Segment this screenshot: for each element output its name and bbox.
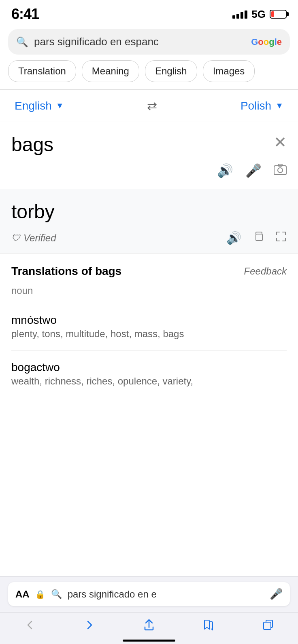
tabs-button[interactable] — [255, 616, 281, 634]
source-lang-button[interactable]: English ▼ — [15, 99, 64, 112]
input-row: bags ✕ — [11, 133, 287, 156]
verified-label: Verified — [23, 232, 56, 244]
verified-badge: 🛡 Verified — [11, 232, 56, 244]
battery-fill — [271, 11, 274, 17]
feedback-button[interactable]: Feedback — [244, 266, 287, 277]
lang-selector: English ▼ ⇄ Polish ▼ — [0, 90, 298, 122]
camera-icon[interactable] — [274, 163, 287, 179]
search-text: pars significado en espanc — [34, 36, 245, 48]
input-text[interactable]: bags — [11, 133, 270, 156]
lock-icon: 🔒 — [35, 589, 45, 599]
signal-bar-3 — [241, 12, 243, 19]
clear-button[interactable]: ✕ — [274, 133, 287, 151]
trans-word-2: bogactwo — [11, 361, 287, 374]
signal-bars — [232, 10, 247, 19]
output-footer: 🛡 Verified 🔊 — [11, 231, 287, 245]
bottom-bar: AA 🔒 🔍 pars significado en e 🎤 — [0, 576, 298, 612]
battery-indicator — [270, 10, 287, 19]
tab-meaning[interactable]: Meaning — [82, 60, 139, 82]
network-type: 5G — [251, 8, 266, 21]
signal-bar-4 — [245, 11, 247, 19]
svg-rect-4 — [264, 622, 271, 629]
speaker-icon[interactable]: 🔊 — [217, 163, 233, 179]
trans-synonyms-2: wealth, richness, riches, opulence, vari… — [11, 376, 287, 387]
source-lang-arrow: ▼ — [56, 101, 64, 110]
home-indicator — [123, 640, 175, 642]
translations-section: Translations of bags Feedback noun mnóst… — [0, 253, 298, 402]
translation-item-1: mnóstwo plenty, tons, multitude, host, m… — [11, 310, 287, 344]
output-text: torby — [11, 201, 287, 223]
copy-icon[interactable] — [253, 231, 264, 245]
shield-icon: 🛡 — [11, 233, 20, 243]
microphone-icon[interactable]: 🎤 — [245, 163, 262, 179]
address-text[interactable]: pars significado en e — [68, 589, 264, 600]
status-right: 5G — [232, 8, 287, 21]
trans-word-1: mnóstwo — [11, 314, 287, 327]
google-logo: Google — [251, 37, 282, 47]
status-bar: 6:41 5G — [0, 0, 298, 26]
output-actions: 🔊 — [226, 231, 287, 245]
input-actions: 🔊 🎤 — [11, 156, 287, 182]
expand-icon[interactable] — [275, 231, 287, 245]
battery-body — [270, 10, 287, 19]
back-button[interactable] — [17, 616, 43, 634]
signal-bar-1 — [232, 15, 235, 19]
filter-tabs: Translation Meaning English Images — [0, 60, 298, 89]
signal-bar-2 — [236, 14, 239, 19]
target-lang-arrow: ▼ — [275, 101, 283, 110]
bookmarks-button[interactable] — [195, 616, 222, 634]
source-lang-label: English — [15, 99, 52, 112]
trans-divider-2 — [11, 350, 287, 351]
trans-divider-1 — [11, 303, 287, 303]
address-mic-icon[interactable]: 🎤 — [270, 588, 283, 600]
search-bar[interactable]: 🔍 pars significado en espanc Google — [8, 29, 290, 55]
svg-rect-3 — [256, 234, 262, 241]
status-time: 6:41 — [11, 6, 39, 23]
svg-rect-2 — [278, 164, 282, 166]
output-area: torby 🛡 Verified 🔊 — [0, 189, 298, 253]
trans-synonyms-1: plenty, tons, multitude, host, mass, bag… — [11, 328, 287, 340]
svg-point-1 — [278, 168, 283, 173]
address-search-icon: 🔍 — [51, 589, 62, 600]
translations-title: Translations of bags — [11, 265, 121, 278]
target-lang-button[interactable]: Polish ▼ — [241, 99, 283, 112]
swap-languages-button[interactable]: ⇄ — [147, 99, 157, 113]
translations-header: Translations of bags Feedback — [11, 265, 287, 278]
translation-item-2: bogactwo wealth, richness, riches, opule… — [11, 357, 287, 391]
input-area: bags ✕ 🔊 🎤 — [0, 122, 298, 189]
tab-images[interactable]: Images — [203, 60, 255, 82]
pos-label: noun — [11, 285, 287, 296]
svg-rect-0 — [274, 166, 286, 175]
output-speaker-icon[interactable]: 🔊 — [226, 231, 241, 245]
address-bar[interactable]: AA 🔒 🔍 pars significado en e 🎤 — [8, 582, 290, 606]
share-button[interactable] — [136, 616, 162, 634]
target-lang-label: Polish — [241, 99, 271, 112]
aa-label[interactable]: AA — [15, 589, 30, 600]
forward-button[interactable] — [76, 616, 103, 634]
tab-translation[interactable]: Translation — [8, 60, 76, 82]
tab-english[interactable]: English — [145, 60, 197, 82]
search-icon: 🔍 — [16, 36, 28, 48]
